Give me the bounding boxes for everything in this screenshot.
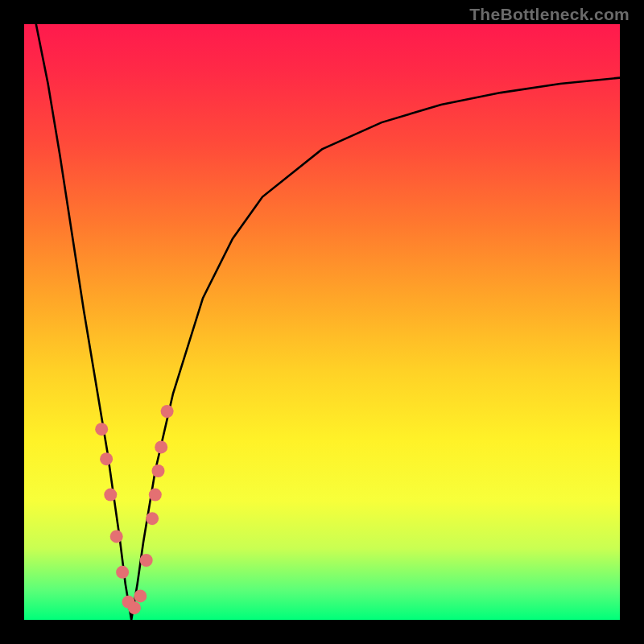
plot-frame	[24, 24, 620, 620]
marker-point	[104, 489, 117, 502]
marker-point	[140, 554, 153, 567]
chart-svg	[24, 24, 620, 620]
marker-point	[95, 423, 108, 436]
marker-group	[95, 405, 173, 614]
marker-point	[155, 440, 167, 453]
marker-point	[149, 489, 162, 502]
marker-point	[116, 566, 129, 579]
chart-stage: TheBottleneck.com	[0, 0, 644, 644]
watermark-text: TheBottleneck.com	[469, 5, 630, 24]
marker-point	[110, 530, 123, 543]
marker-point	[146, 512, 159, 525]
bottleneck-curve	[36, 24, 620, 620]
marker-point	[152, 464, 165, 477]
marker-point	[128, 601, 141, 614]
marker-point	[134, 589, 147, 602]
marker-point	[161, 405, 174, 418]
marker-point	[100, 452, 113, 465]
